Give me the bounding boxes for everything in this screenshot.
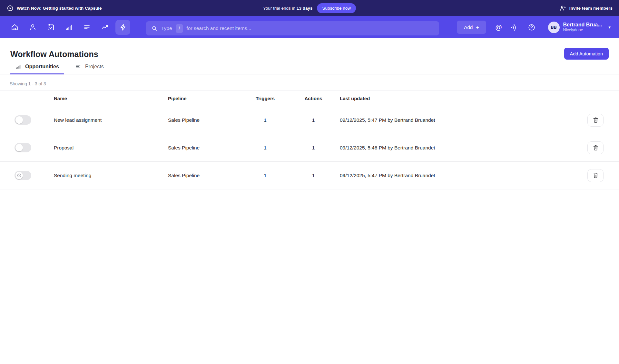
automation-last-updated: 09/12/2025, 5:47 PM by Bertrand Bruandet	[337, 173, 584, 178]
automation-actions: 1	[290, 173, 337, 178]
watch-now-label: Watch Now: Getting started with Capsule	[17, 6, 102, 11]
results-count: Showing 1 - 3 of 3	[0, 74, 619, 91]
delete-automation-button[interactable]	[587, 169, 604, 182]
user-org: Nicelydone	[563, 28, 602, 33]
trial-days: 13 days	[297, 6, 313, 11]
add-automation-button[interactable]: Add Automation	[564, 48, 609, 60]
nav-home-icon[interactable]	[7, 20, 22, 35]
invite-label: Invite team members	[569, 6, 613, 11]
table-header-row: Name Pipeline Triggers Actions Last upda…	[0, 91, 619, 106]
nav-icon-group	[7, 16, 130, 38]
watch-now-link[interactable]: Watch Now: Getting started with Capsule	[0, 5, 102, 12]
add-button[interactable]: Add+	[457, 21, 486, 34]
tab-label: Opportunities	[25, 64, 59, 70]
automation-name[interactable]: Sending meeting	[54, 173, 168, 178]
slash-key-badge: /	[176, 24, 183, 33]
automation-actions: 1	[290, 145, 337, 151]
avatar[interactable]: BB	[548, 22, 560, 33]
automation-pipeline: Sales Pipeline	[168, 145, 241, 151]
trash-icon	[592, 144, 599, 151]
search-icon	[151, 25, 158, 32]
subscribe-now-button[interactable]: Subscribe now	[317, 3, 356, 13]
nav-calendar-icon[interactable]	[43, 20, 58, 35]
nav-lists-icon[interactable]	[79, 20, 94, 35]
search-placeholder: for search and recent items...	[187, 25, 251, 31]
automation-name[interactable]: New lead assignment	[54, 117, 168, 123]
automation-toggle[interactable]	[15, 171, 31, 180]
table-row: New lead assignment Sales Pipeline 1 1 0…	[0, 106, 619, 134]
delete-automation-button[interactable]	[587, 141, 604, 154]
nav-reports-icon[interactable]	[61, 20, 76, 35]
automation-triggers: 1	[241, 117, 290, 123]
plus-icon: +	[476, 24, 479, 30]
play-icon	[7, 5, 14, 12]
nav-activity-icon[interactable]	[97, 20, 112, 35]
toggle-knob	[15, 172, 23, 179]
prohibited-icon	[16, 173, 22, 178]
table-row: Sending meeting Sales Pipeline 1 1 09/12…	[0, 162, 619, 189]
automation-pipeline: Sales Pipeline	[168, 117, 241, 123]
automation-last-updated: 09/12/2025, 5:46 PM by Bertrand Bruandet	[337, 145, 584, 151]
col-header-last-updated: Last updated	[337, 96, 584, 101]
automation-triggers: 1	[241, 173, 290, 178]
table-row: Proposal Sales Pipeline 1 1 09/12/2025, …	[0, 134, 619, 162]
tab-projects[interactable]: Projects	[70, 63, 109, 74]
delete-automation-button[interactable]	[587, 114, 604, 127]
col-header-name: Name	[54, 96, 168, 101]
broadcast-icon[interactable]	[510, 23, 518, 32]
trial-status: Your trial ends in 13 days Subscribe now	[263, 0, 356, 16]
nav-workflows-icon[interactable]	[115, 20, 130, 35]
automations-table: Name Pipeline Triggers Actions Last upda…	[0, 91, 619, 189]
col-header-pipeline: Pipeline	[168, 96, 241, 101]
tab-label: Projects	[85, 64, 104, 70]
automation-name[interactable]: Proposal	[54, 145, 168, 151]
app-root: Watch Now: Getting started with Capsule …	[0, 0, 619, 364]
automation-pipeline: Sales Pipeline	[168, 173, 241, 178]
col-header-triggers: Triggers	[241, 96, 290, 101]
automation-triggers: 1	[241, 145, 290, 151]
tab-opportunities[interactable]: Opportunities	[10, 63, 64, 74]
col-header-actions: Actions	[290, 96, 337, 101]
automation-last-updated: 09/12/2025, 5:47 PM by Bertrand Bruandet	[337, 117, 584, 123]
chevron-down-icon[interactable]: ▾	[608, 25, 611, 30]
nav-right-group: Add+ @ BB Bertrand Brua... Nicelydone ▾	[457, 16, 611, 38]
nav-people-icon[interactable]	[25, 20, 40, 35]
page-title: Workflow Automations	[10, 50, 609, 59]
search-type-label: Type	[161, 25, 172, 31]
search-input[interactable]: Type / for search and recent items...	[146, 21, 439, 35]
list-lines-icon	[75, 63, 81, 70]
invite-team-members-link[interactable]: Invite team members	[559, 5, 619, 12]
user-name: Bertrand Brua...	[563, 22, 602, 28]
trial-banner: Watch Now: Getting started with Capsule …	[0, 0, 619, 16]
user-plus-icon	[559, 5, 566, 12]
trial-text: Your trial ends in 13 days	[263, 6, 312, 11]
bar-chart-icon	[15, 63, 21, 70]
toggle-knob	[15, 116, 23, 124]
tab-bar: Opportunities Projects	[0, 63, 619, 74]
main-navbar: Type / for search and recent items... Ad…	[0, 16, 619, 38]
mentions-icon[interactable]: @	[495, 23, 503, 32]
trash-icon	[592, 117, 599, 123]
automation-toggle[interactable]	[15, 143, 31, 152]
automation-actions: 1	[290, 117, 337, 123]
page-header: Workflow Automations Add Automation	[0, 38, 619, 59]
help-icon[interactable]	[527, 23, 536, 32]
trash-icon	[592, 172, 599, 179]
user-menu[interactable]: Bertrand Brua... Nicelydone	[563, 22, 602, 33]
toggle-knob	[15, 144, 23, 151]
automation-toggle[interactable]	[15, 115, 31, 125]
